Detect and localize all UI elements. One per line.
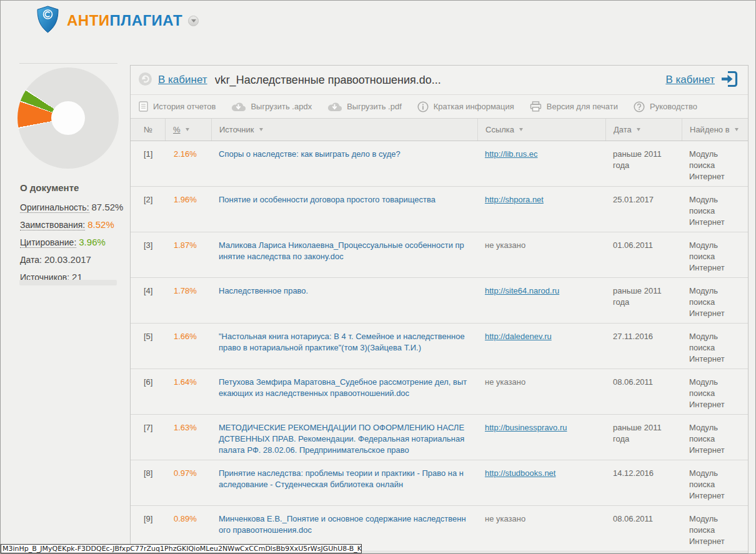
table-row: [7] 1.63% МЕТОДИЧЕСКИЕ РЕКОМЕНДАЦИИ ПО О… — [131, 415, 748, 460]
row-link: http://shpora.net — [477, 194, 605, 228]
row-found-in: Модуль поиска Интернет — [682, 331, 748, 365]
source-url-link[interactable]: http://businesspravo.ru — [485, 423, 567, 432]
row-date: 25.01.2017 — [605, 194, 682, 228]
source-url-link[interactable]: http://studbooks.net — [485, 468, 555, 478]
sort-caret-icon[interactable] — [186, 128, 189, 131]
stat-item: Оригинальность:87.52% — [20, 202, 127, 213]
table-row: [4] 1.78% Наследственное право. http://s… — [131, 278, 748, 324]
row-link: http://site64.narod.ru — [477, 285, 605, 319]
printer-icon — [530, 101, 542, 112]
row-link: http://daledenev.ru — [477, 331, 605, 365]
table-header-row: № % Источник Ссылка Дата Найдено в — [131, 118, 748, 141]
guide-button[interactable]: Руководство — [634, 101, 697, 112]
sources-table-body: [1] 2.16% Споры о наследстве: как выигра… — [131, 141, 748, 552]
row-number: [5] — [131, 331, 165, 365]
row-found-in: Модуль поиска Интернет — [682, 240, 748, 274]
row-source-title[interactable]: Споры о наследстве: как выиграть дело в … — [211, 149, 477, 182]
column-header-found-in[interactable]: Найдено в — [682, 119, 748, 141]
stat-value: 3.96% — [79, 237, 106, 247]
row-found-in: Модуль поиска Интернет — [682, 377, 748, 410]
sort-caret-icon[interactable] — [259, 128, 263, 131]
row-source-title[interactable]: Наследственное право. — [211, 285, 477, 319]
brief-info-button[interactable]: Краткая информация — [417, 101, 514, 112]
row-found-in: Модуль поиска Интернет — [682, 468, 748, 502]
row-date: раньше 2011 года — [605, 285, 682, 319]
to-cabinet-link[interactable]: В кабинет — [665, 74, 715, 86]
about-document-title: О документе — [20, 182, 127, 193]
back-arrow-icon[interactable] — [138, 72, 152, 89]
export-pdf-button[interactable]: Выгрузить .pdf — [327, 102, 402, 112]
status-url-tooltip: M3inHp_B_JMyQEKpk-F3DDQEc-JBfxpC77rZuq1P… — [1, 544, 362, 553]
export-apdx-button[interactable]: Выгрузить .apdx — [231, 102, 312, 112]
report-history-button[interactable]: История отчетов — [139, 101, 216, 112]
logo-wordmark: АНТИПЛАГИАТ — [67, 12, 182, 29]
info-icon — [417, 101, 429, 112]
row-source-title[interactable]: "Настольная книга нотариуса: В 4 т. Семе… — [211, 331, 477, 365]
table-row: [1] 2.16% Споры о наследстве: как выигра… — [131, 141, 748, 187]
sort-caret-icon[interactable] — [735, 128, 739, 131]
column-header-link[interactable]: Ссылка — [477, 119, 605, 141]
no-url-label: не указано — [485, 514, 525, 523]
print-version-button[interactable]: Версия для печати — [530, 101, 618, 112]
exit-door-icon[interactable] — [720, 71, 738, 90]
sort-caret-icon[interactable] — [637, 128, 640, 131]
row-number: [3] — [131, 240, 165, 274]
row-source-title[interactable]: Понятие и особенности договора простого … — [211, 194, 477, 228]
stat-label[interactable]: Цитирование: — [20, 237, 76, 248]
column-header-num: № — [131, 119, 165, 141]
row-link: не указано — [477, 513, 605, 547]
stat-value: 20.03.2017 — [44, 254, 91, 265]
row-date: 27.11.2016 — [605, 331, 682, 365]
row-source-title[interactable]: Принятие наследства: проблемы теории и п… — [211, 468, 477, 502]
row-source-title[interactable]: Маликова Лариса Николаевна_Процессуальны… — [211, 240, 477, 274]
row-date: 14.12.2016 — [605, 468, 682, 502]
row-percent: 1.96% — [165, 194, 211, 228]
row-found-in: Модуль поиска Интернет — [682, 513, 748, 547]
row-date: раньше 2011 года — [605, 149, 682, 182]
row-found-in: Модуль поиска Интернет — [682, 422, 748, 456]
row-percent: 1.87% — [165, 240, 211, 274]
originality-donut-chart — [17, 67, 119, 169]
no-url-label: не указано — [485, 377, 525, 387]
table-row: [6] 1.64% Петухова Земфира Маратовна_Суд… — [131, 369, 748, 415]
column-header-source[interactable]: Источник — [211, 119, 477, 141]
row-date: 08.06.2011 — [605, 377, 682, 410]
sort-caret-icon[interactable] — [519, 128, 523, 131]
stat-item: Заимствования:8.52% — [20, 219, 127, 230]
about-document-block: О документе Оригинальность:87.52%Заимств… — [20, 182, 127, 289]
source-url-link[interactable]: http://shpora.net — [485, 195, 544, 204]
row-percent: 0.97% — [165, 468, 211, 502]
app-header: АНТИПЛАГИАТ — [36, 6, 199, 36]
row-percent: 1.64% — [165, 377, 211, 410]
source-url-link[interactable]: http://daledenev.ru — [485, 332, 552, 341]
row-number: [2] — [131, 194, 165, 228]
stat-label[interactable]: Заимствования: — [20, 220, 85, 230]
back-to-cabinet-link[interactable]: В кабинет — [158, 74, 207, 86]
stat-item: Дата:20.03.2017 — [20, 254, 127, 265]
row-source-title[interactable]: МЕТОДИЧЕСКИЕ РЕКОМЕНДАЦИИ ПО ОФОРМЛЕНИЮ … — [211, 422, 477, 456]
table-row: [3] 1.87% Маликова Лариса Николаевна_Про… — [131, 232, 748, 278]
row-link: http://businesspravo.ru — [477, 422, 605, 456]
row-link: http://lib.rus.ec — [477, 149, 605, 182]
row-date: 01.06.2011 — [605, 240, 682, 274]
row-percent: 1.78% — [165, 285, 211, 319]
logo-dropdown-icon[interactable] — [188, 16, 199, 26]
row-source-title[interactable]: Минченкова Е.В._Понятие и основное содер… — [211, 513, 477, 547]
cabinet-right-group: В кабинет — [665, 71, 738, 90]
download-cloud-icon — [327, 102, 342, 112]
source-url-link[interactable]: http://site64.narod.ru — [485, 286, 559, 295]
source-url-link[interactable]: http://lib.rus.ec — [485, 149, 538, 159]
stat-label[interactable]: Оригинальность: — [20, 202, 89, 213]
antiplagiat-logo[interactable]: АНТИПЛАГИАТ — [36, 6, 199, 36]
sidebar-footer-strip — [19, 280, 117, 285]
antiplagiat-app: АНТИПЛАГИАТ О документе Оригинальность:8… — [0, 0, 756, 554]
row-percent: 1.63% — [165, 422, 211, 456]
column-header-percent[interactable]: % — [165, 119, 211, 141]
table-row: [8] 0.97% Принятие наследства: проблемы … — [131, 460, 748, 506]
row-percent: 1.66% — [165, 331, 211, 365]
row-date: раньше 2011 года — [605, 422, 682, 456]
row-number: [6] — [131, 377, 165, 410]
column-header-date[interactable]: Дата — [605, 119, 682, 141]
download-cloud-icon — [231, 102, 246, 112]
row-source-title[interactable]: Петухова Земфира Маратовна_Судебное расс… — [211, 377, 477, 410]
